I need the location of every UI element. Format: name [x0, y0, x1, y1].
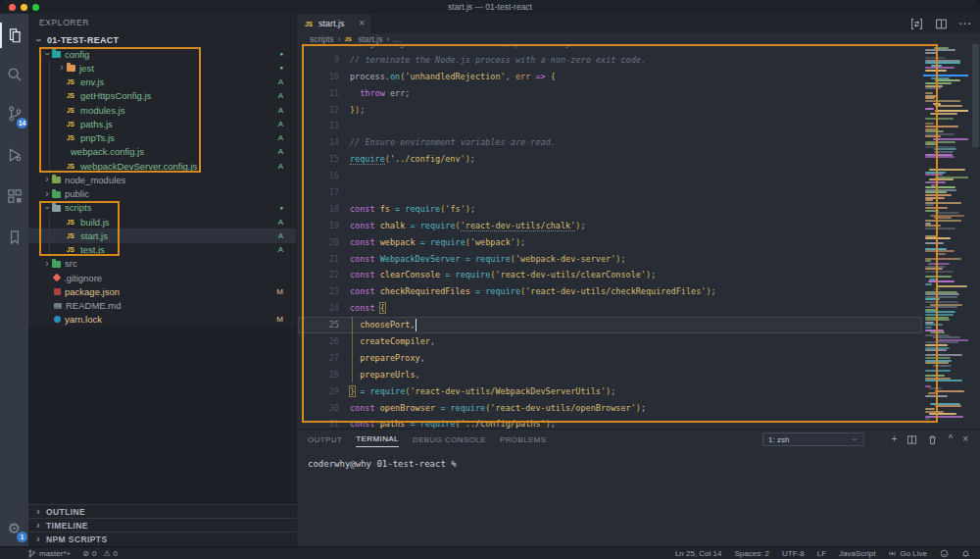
tree-item-start.js[interactable]: JSstart.jsA	[28, 229, 296, 242]
tree-item-package.json[interactable]: package.jsonM	[28, 284, 296, 298]
code-text: const·checkRequiredFiles·=·require('reac…	[343, 286, 716, 296]
bookmarks-icon[interactable]	[0, 222, 28, 253]
section-npm-scripts[interactable]: ›NPM SCRIPTS	[28, 532, 296, 545]
code-line-11[interactable]: 11··throw·err;	[298, 84, 922, 101]
indentation-status[interactable]: Spaces: 2	[734, 549, 769, 558]
editor-scrollbar[interactable]	[971, 44, 980, 429]
line-number: 14	[298, 137, 343, 147]
tree-item-jest[interactable]: ›jest●	[28, 61, 296, 75]
code-line-19[interactable]: 19const·chalk·=·require('react-dev-utils…	[298, 217, 922, 233]
problems-status[interactable]: ⊘ 0 ⚠ 0	[82, 549, 118, 558]
tree-item-paths.js[interactable]: JSpaths.jsA	[28, 117, 296, 130]
code-line-14[interactable]: 14//·Ensure·environment·variables·are·re…	[298, 134, 922, 151]
breadcrumb-folder[interactable]: scripts	[310, 34, 334, 44]
tab-start-js[interactable]: JS start.js ×	[298, 14, 372, 33]
js-file-icon: JS	[67, 246, 76, 253]
terminal-picker-value: 1: zsh	[768, 435, 789, 444]
notifications-bell-icon[interactable]	[961, 549, 970, 558]
section-timeline[interactable]: ›TIMELINE	[28, 518, 296, 532]
folder-public-icon	[52, 191, 61, 198]
tree-item-label: webpackDevServer.config.js	[80, 161, 197, 172]
tree-item-config[interactable]: ›config●	[28, 47, 296, 61]
open-changes-icon[interactable]	[910, 18, 923, 30]
new-terminal-icon[interactable]: +	[892, 434, 898, 444]
more-actions-icon[interactable]: ···	[959, 19, 972, 29]
code-line-16[interactable]: 16	[298, 168, 922, 184]
code-line-30[interactable]: 30const·openBrowser·=·require('react-dev…	[298, 399, 922, 416]
code-line-25[interactable]: 25··choosePort,	[298, 317, 922, 333]
terminal[interactable]: coderwhy@why 01-test-react %	[308, 459, 970, 546]
code-line-29[interactable]: 29}·=·require('react-dev-utils/WebpackDe…	[298, 382, 922, 399]
panel-tab-terminal[interactable]: TERMINAL	[356, 432, 399, 447]
tree-item-yarn.lock[interactable]: yarn.lockM	[28, 313, 296, 327]
run-debug-icon[interactable]	[0, 139, 28, 171]
breadcrumb-more[interactable]: …	[393, 34, 402, 44]
encoding-status[interactable]: UTF-8	[782, 549, 805, 558]
go-live-button[interactable]: Go Live	[888, 549, 927, 558]
code-line-22[interactable]: 22const·clearConsole·=·require('react-de…	[298, 267, 922, 283]
code-line-26[interactable]: 26··createCompiler,	[298, 333, 922, 350]
tree-item-modules.js[interactable]: JSmodules.jsA	[28, 103, 296, 117]
maximize-panel-icon[interactable]: ^	[948, 434, 953, 444]
code-line-15[interactable]: 15require('../config/env');	[298, 151, 922, 168]
feedback-icon[interactable]	[940, 549, 949, 558]
tree-item-env.js[interactable]: JSenv.jsA	[28, 76, 296, 89]
panel-tab-debug-console[interactable]: DEBUG CONSOLE	[413, 432, 486, 447]
tree-item-pnpTs.js[interactable]: JSpnpTs.jsA	[28, 131, 296, 145]
tree-item-src[interactable]: ›src	[28, 257, 296, 271]
code-line-10[interactable]: 10process.on('unhandledRejection',·err·=…	[298, 68, 922, 84]
minimap[interactable]	[923, 44, 968, 429]
code-text: const·chalk·=·require('react-dev-utils/c…	[343, 221, 586, 230]
code-line-24[interactable]: 24const·{	[298, 300, 922, 317]
split-terminal-icon[interactable]	[906, 434, 917, 445]
panel-tab-output[interactable]: OUTPUT	[308, 432, 342, 447]
code-line-21[interactable]: 21const·WebpackDevServer·=·require('webp…	[298, 250, 922, 267]
source-control-icon[interactable]: 14	[0, 98, 28, 129]
code-line-12[interactable]: 12});	[298, 101, 922, 118]
tree-item-getHttpsConfig.js[interactable]: JSgetHttpsConfig.jsA	[28, 89, 296, 103]
split-editor-icon[interactable]	[935, 18, 948, 30]
tree-item-scripts[interactable]: ›scripts●	[28, 201, 296, 215]
tree-item-node_modules[interactable]: ›node_modules	[28, 173, 296, 186]
git-status-badge: A	[278, 147, 283, 156]
code-line-13[interactable]: 13	[298, 118, 922, 134]
tree-item-README.md[interactable]: README.md	[28, 299, 296, 313]
code-line-27[interactable]: 27··prepareProxy,	[298, 349, 922, 366]
workspace-root[interactable]: › 01-TEST-REACT	[28, 32, 296, 47]
close-panel-icon[interactable]: ×	[962, 434, 968, 444]
code-line-31[interactable]: 31const·paths·=·require('../config/paths…	[298, 416, 922, 429]
code-line-28[interactable]: 28··prepareUrls,	[298, 366, 922, 382]
close-tab-icon[interactable]: ×	[359, 19, 365, 28]
explorer-icon[interactable]	[0, 20, 28, 51]
tree-item-public[interactable]: ›public	[28, 187, 296, 201]
code-editor[interactable]: 8//·ignoring·them.·In·the·future,·promis…	[298, 44, 980, 429]
kill-terminal-icon[interactable]	[927, 434, 938, 445]
code-line-23[interactable]: 23const·checkRequiredFiles·=·require('re…	[298, 283, 922, 300]
tree-item-webpack.config.js[interactable]: webpack.config.jsA	[28, 145, 296, 159]
settings-gear-icon[interactable]: ⚙ 1	[0, 512, 28, 543]
tree-item-webpackDevServer.config.js[interactable]: JSwebpackDevServer.config.jsA	[28, 159, 296, 173]
panel-tab-problems[interactable]: PROBLEMS	[500, 432, 547, 447]
git-branch-status[interactable]: master*+	[27, 549, 71, 558]
terminal-picker[interactable]: 1: zsh ›	[762, 432, 864, 446]
code-line-17[interactable]: 17	[298, 184, 922, 201]
tree-item-build.js[interactable]: JSbuild.jsA	[28, 215, 296, 229]
tree-item-.gitignore[interactable]: .gitignore	[28, 271, 296, 284]
breadcrumb-file[interactable]: start.js	[358, 34, 382, 44]
chevron-down-icon: ›	[42, 49, 52, 59]
line-number: 29	[298, 386, 343, 396]
search-icon[interactable]	[0, 59, 28, 90]
section-outline[interactable]: ›OUTLINE	[28, 504, 296, 518]
scrollbar-thumb[interactable]	[972, 44, 979, 147]
language-mode-status[interactable]: JavaScript	[839, 549, 875, 558]
code-line-9[interactable]: 9//·terminate·the·Node.js·process·with·a…	[298, 51, 922, 68]
code-line-18[interactable]: 18const·fs·=·require('fs');	[298, 200, 922, 217]
eol-status[interactable]: LF	[817, 549, 826, 558]
tree-item-test.js[interactable]: JStest.jsA	[28, 243, 296, 257]
code-line-20[interactable]: 20const·webpack·=·require('webpack');	[298, 233, 922, 250]
tree-item-label: build.js	[80, 217, 110, 228]
code-line-8[interactable]: 8//·ignoring·them.·In·the·future,·promis…	[298, 44, 922, 51]
cursor-position-status[interactable]: Ln 25, Col 14	[675, 549, 722, 558]
tree-item-label: start.js	[80, 230, 108, 241]
extensions-icon[interactable]	[0, 180, 28, 212]
